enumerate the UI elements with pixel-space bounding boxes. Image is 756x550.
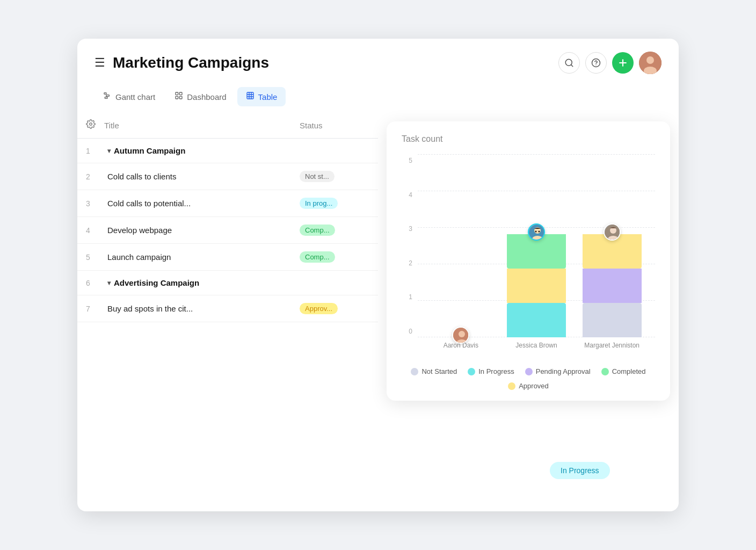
bar-stack-margaret	[583, 234, 642, 337]
row-title: Launch campaign	[107, 252, 300, 262]
legend-label-pending: Pending Approval	[536, 367, 591, 375]
chart-title: Task count	[402, 134, 655, 144]
bar-segment-pending	[583, 269, 642, 303]
chart-area: 0 1 2 3 4 5	[402, 155, 655, 359]
chart-legend: Not Started In Progress Pending Approval…	[402, 367, 655, 390]
header: ☰ Marketing Campaigns	[77, 39, 679, 83]
header-right	[558, 52, 662, 74]
legend-dot-in-progress	[468, 368, 475, 375]
tabs-container: Gantt chart Dashboard Table	[77, 83, 679, 106]
x-label-margaret: Margaret Jenniston	[574, 342, 650, 349]
table-row: 3 Cold calls to potential... In prog...	[77, 190, 378, 217]
col-title-header: Title	[104, 121, 300, 130]
svg-point-21	[90, 123, 92, 126]
help-button[interactable]	[585, 52, 607, 74]
row-status: Approv...	[300, 303, 369, 314]
row-title: Buy ad spots in the cit...	[107, 304, 300, 313]
status-badge: Approv...	[300, 303, 338, 314]
row-number: 2	[86, 172, 107, 181]
row-number: 7	[86, 305, 107, 313]
table-icon	[246, 91, 255, 102]
tab-table[interactable]: Table	[237, 87, 286, 106]
bars-container	[418, 155, 655, 337]
row-title-group: ▾ Autumn Campaign	[107, 146, 300, 155]
table-section: Title Status 1 ▾ Autumn Campaign 2 Cold …	[77, 113, 378, 409]
row-number: 5	[86, 253, 107, 262]
legend-in-progress: In Progress	[468, 367, 514, 375]
svg-rect-9	[104, 93, 106, 95]
legend-dot-completed	[601, 368, 609, 375]
table-header: Title Status	[77, 113, 378, 139]
y-axis: 0 1 2 3 4 5	[402, 155, 412, 337]
add-button[interactable]	[612, 52, 634, 74]
legend-label-approved: Approved	[519, 382, 549, 390]
table-row: 5 Launch campaign Comp...	[77, 244, 378, 271]
row-number: 6	[86, 279, 107, 287]
tab-gantt[interactable]: Gantt chart	[95, 87, 164, 106]
aaron-avatar	[452, 327, 469, 344]
jessica-avatar	[528, 223, 545, 241]
legend-completed: Completed	[601, 367, 646, 375]
bar-segment-approved	[507, 269, 566, 303]
svg-rect-10	[106, 95, 109, 97]
y-label-2: 2	[402, 259, 412, 267]
header-left: ☰ Marketing Campaigns	[95, 54, 269, 71]
row-status: Comp...	[300, 225, 369, 236]
chevron-icon[interactable]: ▾	[107, 147, 111, 155]
user-avatar[interactable]	[639, 52, 662, 74]
legend-dot-pending	[525, 368, 533, 375]
row-title: Cold calls to potential...	[107, 199, 300, 208]
row-status: Comp...	[300, 251, 369, 263]
in-progress-badge: In Progress	[550, 462, 610, 479]
svg-rect-14	[176, 96, 178, 99]
row-number: 4	[86, 226, 107, 235]
hamburger-icon[interactable]: ☰	[95, 56, 105, 70]
y-label-1: 1	[402, 293, 412, 301]
table-row: 2 Cold calls to clients Not st...	[77, 163, 378, 190]
chevron-icon[interactable]: ▾	[107, 279, 111, 287]
svg-rect-11	[105, 97, 107, 99]
row-number: 3	[86, 199, 107, 208]
y-label-4: 4	[402, 191, 412, 199]
row-status: Not st...	[300, 171, 369, 182]
table-row: 7 Buy ad spots in the cit... Approv...	[77, 295, 378, 322]
status-badge: Comp...	[300, 251, 335, 263]
settings-icon[interactable]	[86, 119, 96, 132]
legend-not-started: Not Started	[411, 367, 457, 375]
margaret-avatar	[604, 223, 621, 241]
legend-dot-approved	[508, 382, 515, 390]
row-title-group: ▾ Advertising Campaign	[107, 278, 300, 287]
svg-line-1	[571, 64, 572, 66]
tab-dashboard[interactable]: Dashboard	[166, 87, 235, 106]
row-title: Cold calls to clients	[107, 172, 300, 181]
search-button[interactable]	[558, 52, 580, 74]
svg-rect-16	[247, 92, 253, 99]
bar-segment-not-started	[583, 303, 642, 337]
dashboard-icon	[175, 91, 183, 102]
gantt-icon	[103, 91, 112, 102]
y-label-0: 0	[402, 328, 412, 335]
status-badge: In prog...	[300, 198, 338, 209]
tab-table-label: Table	[258, 92, 278, 102]
svg-point-29	[538, 231, 540, 233]
svg-point-23	[459, 331, 465, 337]
svg-rect-13	[180, 92, 183, 95]
col-status-header: Status	[300, 121, 369, 130]
bar-segment-in-progress	[507, 303, 566, 337]
chart-section: Task count 0 1 2 3 4 5	[387, 121, 670, 401]
row-title: Develop webpage	[107, 226, 300, 235]
table-row: 4 Develop webpage Comp...	[77, 217, 378, 244]
row-status: In prog...	[300, 198, 369, 209]
legend-pending: Pending Approval	[525, 367, 591, 375]
row-number: 1	[86, 147, 107, 155]
main-content: Title Status 1 ▾ Autumn Campaign 2 Cold …	[77, 113, 679, 409]
legend-label-not-started: Not Started	[421, 367, 457, 375]
table-row: 6 ▾ Advertising Campaign	[77, 271, 378, 295]
bar-stack-jessica	[507, 234, 566, 337]
legend-dot-not-started	[411, 368, 418, 375]
page-title: Marketing Campaigns	[113, 54, 269, 71]
status-badge: Not st...	[300, 171, 335, 182]
x-label-jessica: Jessica Brown	[499, 342, 575, 349]
table-row: 1 ▾ Autumn Campaign	[77, 139, 378, 163]
legend-label-in-progress: In Progress	[478, 367, 514, 375]
